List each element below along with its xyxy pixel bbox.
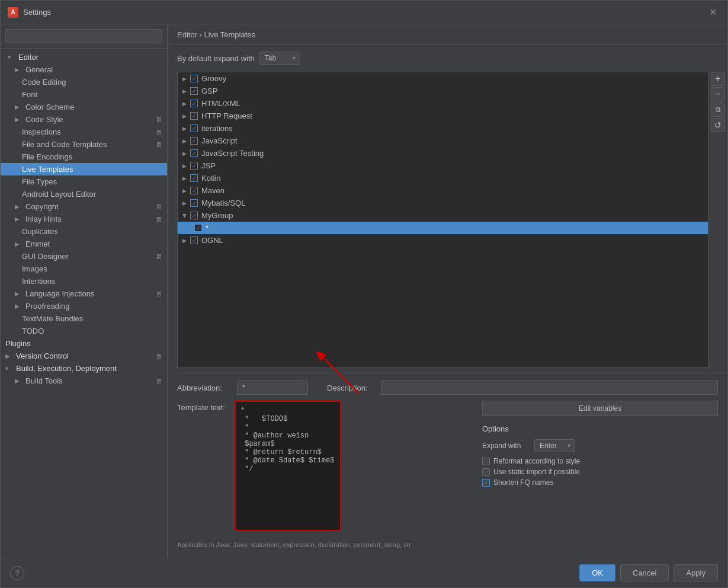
jsp-checkbox[interactable] <box>190 162 198 170</box>
arrow-icon: ▾ <box>8 54 15 60</box>
sidebar-item-color-scheme[interactable]: ▶ Color Scheme <box>1 101 167 113</box>
group-label: JavaScript <box>201 136 238 145</box>
star-checkbox[interactable] <box>194 224 202 232</box>
sidebar-item-file-encodings[interactable]: File Encodings <box>1 151 167 163</box>
template-text-row: Template text: * * $TODO$ * * @author we… <box>177 401 718 533</box>
copy-icon: 🖹 <box>156 129 162 136</box>
templates-list[interactable]: ▶ Groovy ▶ GSP ▶ <box>177 72 708 368</box>
options-panel: Edit variables Options Expand with Enter… <box>477 401 718 489</box>
reset-button[interactable]: ↺ <box>711 118 725 132</box>
sidebar-item-file-types[interactable]: File Types <box>1 175 167 188</box>
sidebar-item-copyright[interactable]: ▶ Copyright 🖹 <box>1 200 167 213</box>
template-item-star[interactable]: * <box>178 222 708 234</box>
sidebar-item-version-control[interactable]: ▶ Version Control 🖹 <box>1 350 167 362</box>
html-xml-checkbox[interactable] <box>190 100 198 107</box>
apply-button[interactable]: Apply <box>674 564 718 581</box>
arrow-icon: ▶ <box>15 303 22 309</box>
sidebar-item-label: Version Control <box>16 351 69 360</box>
group-iterations[interactable]: ▶ iterations <box>178 122 708 135</box>
copy-icon: 🖹 <box>156 253 162 260</box>
app-icon: A <box>8 7 18 18</box>
sidebar-item-proofreading[interactable]: ▶ Proofreading <box>1 300 167 312</box>
javascript-testing-checkbox[interactable] <box>190 149 198 157</box>
sidebar-item-build-tools[interactable]: ▶ Build Tools 🖹 <box>1 375 167 387</box>
shorten-fq-label: Shorten FQ names <box>493 478 553 487</box>
sidebar-item-plugins[interactable]: Plugins <box>1 337 167 350</box>
group-label: MyGroup <box>201 211 233 220</box>
description-input[interactable] <box>381 381 718 395</box>
sidebar-item-gui-designer[interactable]: GUI Designer 🖹 <box>1 250 167 263</box>
group-maven[interactable]: ▶ Maven <box>178 184 708 197</box>
sidebar-item-language-injections[interactable]: ▶ Language Injections 🖹 <box>1 287 167 300</box>
sidebar-item-general[interactable]: ▶ General <box>1 63 167 76</box>
ognl-checkbox[interactable] <box>190 237 198 244</box>
static-import-checkbox[interactable] <box>482 468 490 476</box>
arrow-icon: ▶ <box>15 290 22 297</box>
maven-checkbox[interactable] <box>190 187 198 194</box>
ok-button[interactable]: OK <box>579 564 615 581</box>
group-javascript[interactable]: ▶ JavaScript <box>178 135 708 147</box>
help-button[interactable]: ? <box>10 566 24 580</box>
sidebar-item-inlay-hints[interactable]: ▶ Inlay Hints 🖹 <box>1 213 167 225</box>
kotlin-checkbox[interactable] <box>190 174 198 182</box>
sidebar-item-textmate[interactable]: TextMate Bundles <box>1 312 167 325</box>
sidebar-item-label: Duplicates <box>22 227 58 236</box>
sidebar-item-images[interactable]: Images <box>1 263 167 275</box>
sidebar-item-code-style[interactable]: ▶ Code Style 🖹 <box>1 113 167 126</box>
group-http-request[interactable]: ▶ HTTP Request <box>178 110 708 122</box>
cancel-button[interactable]: Cancel <box>620 564 669 581</box>
sidebar-item-file-code-templates[interactable]: File and Code Templates 🖹 <box>1 138 167 151</box>
sidebar-item-editor-top[interactable]: ▾ Editor <box>1 51 167 63</box>
http-request-checkbox[interactable] <box>190 112 198 120</box>
copy-button[interactable]: ⧉ <box>711 103 725 117</box>
mybatis-sql-checkbox[interactable] <box>190 199 198 207</box>
group-label: Mybatis/SQL <box>201 199 245 207</box>
group-arrow-icon: ▶ <box>182 126 187 132</box>
sidebar-item-inspections[interactable]: Inspections 🖹 <box>1 126 167 138</box>
group-gsp[interactable]: ▶ GSP <box>178 85 708 97</box>
group-groovy[interactable]: ▶ Groovy <box>178 72 708 85</box>
remove-button[interactable]: − <box>711 87 725 101</box>
shorten-fq-checkbox[interactable] <box>482 479 490 487</box>
sidebar-item-todo[interactable]: TODO <box>1 325 167 337</box>
javascript-checkbox[interactable] <box>190 137 198 145</box>
group-html-xml[interactable]: ▶ HTML/XML <box>178 97 708 110</box>
edit-variables-button[interactable]: Edit variables <box>482 401 718 416</box>
sidebar-item-label: Color Scheme <box>25 103 74 111</box>
copy-icon: 🖹 <box>156 203 162 210</box>
shorten-fq-option-row: Shorten FQ names <box>482 478 718 487</box>
sidebar-item-intentions[interactable]: Intentions <box>1 275 167 287</box>
group-javascript-testing[interactable]: ▶ JavaScript Testing <box>178 147 708 159</box>
iterations-checkbox[interactable] <box>190 124 198 132</box>
abbreviation-input[interactable] <box>237 381 308 395</box>
title-bar-left: A Settings <box>8 7 51 18</box>
sidebar-item-duplicates[interactable]: Duplicates <box>1 225 167 238</box>
sidebar-item-font[interactable]: Font <box>1 88 167 101</box>
sidebar-item-build-execution[interactable]: ▾ Build, Execution, Deployment <box>1 362 167 375</box>
group-kotlin[interactable]: ▶ Kotlin <box>178 172 708 184</box>
mygroup-checkbox[interactable] <box>190 212 198 219</box>
group-ognl[interactable]: ▶ OGNL <box>178 234 708 247</box>
group-mybatis-sql[interactable]: ▶ Mybatis/SQL <box>178 197 708 209</box>
close-button[interactable]: ✕ <box>705 5 720 19</box>
sidebar-item-android-layout[interactable]: Android Layout Editor <box>1 188 167 200</box>
add-button[interactable]: + <box>711 72 725 86</box>
sidebar-item-emmet[interactable]: ▶ Emmet <box>1 238 167 250</box>
sidebar-item-code-editing[interactable]: Code Editing <box>1 76 167 88</box>
search-input[interactable] <box>5 29 162 43</box>
sidebar-item-label: Plugins <box>5 339 31 348</box>
gsp-checkbox[interactable] <box>190 87 198 95</box>
template-text-area[interactable]: * * $TODO$ * * @author weisn $param$ * @… <box>235 401 341 531</box>
expand-with-select[interactable]: Tab Enter Space <box>259 52 300 65</box>
sidebar-item-label: Inlay Hints <box>25 215 62 223</box>
sidebar-item-live-templates[interactable]: Live Templates <box>1 163 167 175</box>
group-jsp[interactable]: ▶ JSP <box>178 159 708 172</box>
group-arrow-icon: ▶ <box>182 213 188 218</box>
copy-icon: 🖹 <box>156 116 162 123</box>
groovy-checkbox[interactable] <box>190 75 198 82</box>
expand-with-options-select[interactable]: Enter Tab Space <box>534 439 575 452</box>
reformat-checkbox[interactable] <box>482 458 490 465</box>
group-arrow-icon: ▶ <box>182 138 187 144</box>
sidebar-item-label: Font <box>22 90 37 99</box>
group-mygroup[interactable]: ▶ MyGroup <box>178 209 708 222</box>
